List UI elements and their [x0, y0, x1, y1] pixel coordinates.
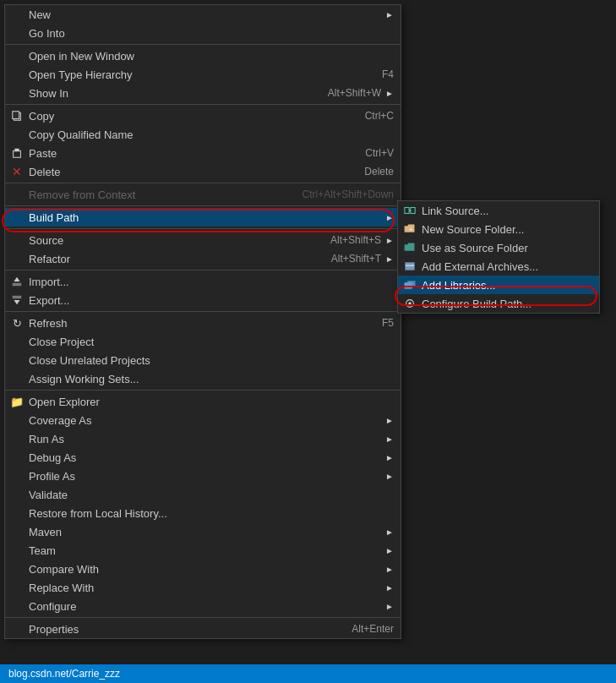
separator-6	[5, 270, 401, 270]
menu-item-source[interactable]: Source Alt+Shift+S ►	[5, 231, 401, 249]
add-libraries-icon	[403, 278, 417, 292]
svg-text:+: +	[409, 227, 412, 232]
configure-build-path-icon	[403, 297, 417, 310]
svg-rect-2	[14, 150, 21, 157]
svg-rect-6	[13, 296, 22, 299]
svg-rect-1	[13, 112, 19, 119]
menu-item-validate[interactable]: Validate	[5, 485, 401, 504]
menu-item-replace-with[interactable]: Replace With ►	[5, 578, 401, 597]
svg-rect-4	[13, 283, 22, 287]
menu-item-open-type-hierarchy[interactable]: Open Type Hierarchy F4	[5, 65, 401, 84]
menu-item-maven[interactable]: Maven ►	[5, 522, 401, 541]
menu-item-export[interactable]: Export...	[5, 291, 401, 309]
submenu-link-source[interactable]: Link Source...	[398, 201, 599, 220]
paste-icon	[10, 146, 24, 160]
menu-item-delete[interactable]: ✕ Delete Delete	[5, 162, 401, 181]
separator-5	[5, 228, 401, 229]
menu-item-go-into[interactable]: Go Into	[5, 24, 401, 42]
separator-3	[5, 183, 401, 183]
delete-icon: ✕	[10, 165, 24, 178]
separator-1	[5, 44, 401, 45]
menu-item-copy[interactable]: Copy Ctrl+C	[5, 107, 401, 125]
menu-item-refactor[interactable]: Refactor Alt+Shift+T ►	[5, 249, 401, 268]
separator-9	[5, 617, 401, 618]
svg-rect-12	[406, 263, 415, 270]
context-menu: New ► Go Into Open in New Window Open Ty…	[4, 4, 401, 639]
menu-item-compare-with[interactable]: Compare With ►	[5, 560, 401, 578]
svg-marker-7	[14, 300, 20, 304]
menu-item-debug-as[interactable]: Debug As ►	[5, 448, 401, 467]
menu-item-restore-history[interactable]: Restore from Local History...	[5, 504, 401, 522]
separator-8	[5, 390, 401, 391]
submenu-add-external-archives[interactable]: Add External Archives...	[398, 257, 599, 276]
svg-rect-3	[14, 149, 19, 152]
svg-rect-15	[407, 281, 415, 287]
menu-item-assign-working-sets[interactable]: Assign Working Sets...	[5, 369, 401, 388]
menu-item-close-project[interactable]: Close Project	[5, 332, 401, 351]
import-icon	[10, 275, 24, 288]
menu-item-profile-as[interactable]: Profile As ►	[5, 467, 401, 485]
new-source-folder-icon: +	[403, 222, 417, 236]
menu-item-coverage-as[interactable]: Coverage As ►	[5, 411, 401, 429]
build-path-submenu: Link Source... + New Source Folder... Us…	[397, 200, 600, 314]
menu-item-properties[interactable]: Properties Alt+Enter	[5, 620, 401, 638]
add-external-archives-icon	[403, 260, 417, 273]
menu-item-copy-qualified[interactable]: Copy Qualified Name	[5, 125, 401, 144]
menu-item-open-new-window[interactable]: Open in New Window	[5, 46, 401, 65]
menu-item-refresh[interactable]: ↻ Refresh F5	[5, 314, 401, 332]
menu-item-paste[interactable]: Paste Ctrl+V	[5, 144, 401, 162]
menu-item-show-in[interactable]: Show In Alt+Shift+W ►	[5, 84, 401, 102]
submenu-new-source-folder[interactable]: + New Source Folder...	[398, 220, 599, 238]
submenu-use-as-source[interactable]: Use as Source Folder	[398, 238, 599, 257]
submenu-add-libraries[interactable]: Add Libraries...	[398, 276, 599, 294]
menu-item-build-path[interactable]: Build Path ►	[5, 208, 401, 227]
url-bar: blog.csdn.net/Carrie_zzz	[0, 664, 616, 683]
refresh-icon: ↻	[10, 316, 24, 330]
svg-rect-8	[405, 208, 409, 214]
copy-icon	[10, 109, 24, 123]
separator-4	[5, 205, 401, 206]
menu-item-open-explorer[interactable]: 📁 Open Explorer	[5, 392, 401, 411]
svg-point-17	[408, 302, 412, 305]
svg-rect-9	[411, 208, 415, 214]
menu-item-new[interactable]: New ►	[5, 5, 401, 24]
submenu-configure-build-path[interactable]: Configure Build Path...	[398, 294, 599, 313]
menu-item-team[interactable]: Team ►	[5, 541, 401, 560]
export-icon	[10, 293, 24, 307]
menu-item-configure[interactable]: Configure ►	[5, 597, 401, 615]
menu-item-close-unrelated[interactable]: Close Unrelated Projects	[5, 351, 401, 369]
menu-item-remove-context: Remove from Context Ctrl+Alt+Shift+Down	[5, 185, 401, 204]
separator-7	[5, 311, 401, 312]
link-source-icon	[403, 204, 417, 217]
use-as-source-icon	[403, 241, 417, 254]
separator-2	[5, 104, 401, 105]
folder-icon: 📁	[10, 395, 24, 408]
svg-marker-5	[14, 277, 20, 281]
url-text: blog.csdn.net/Carrie_zzz	[8, 668, 120, 680]
menu-item-import[interactable]: Import...	[5, 272, 401, 291]
menu-item-run-as[interactable]: Run As ►	[5, 429, 401, 448]
